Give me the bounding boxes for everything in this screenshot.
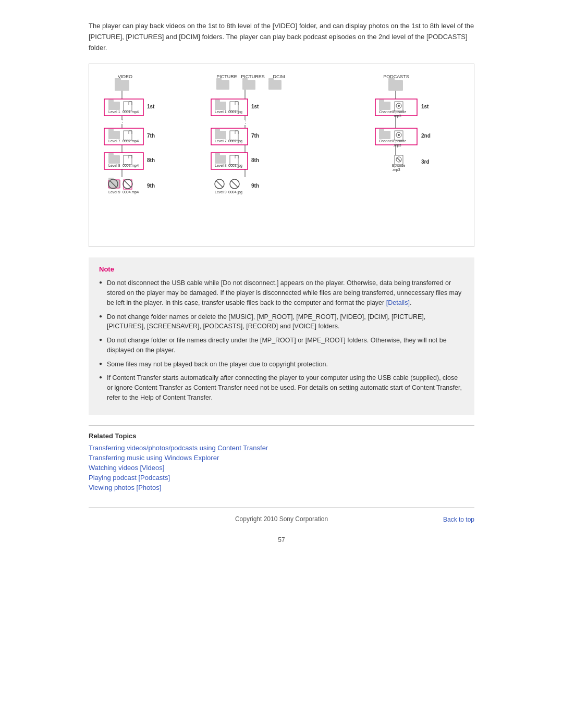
svg-rect-51 [268,78,274,81]
svg-rect-74 [215,155,226,164]
note-item-2: Do not change folder names or delete the… [99,312,464,332]
svg-rect-94 [379,102,390,110]
svg-rect-17 [108,129,114,131]
svg-rect-46 [216,80,229,90]
page-content: The player can play back videos on the 1… [78,0,485,575]
svg-text:7th: 7th [251,133,259,139]
svg-rect-1 [115,80,129,91]
details-link-1[interactable]: [Details] [386,299,410,306]
note-item-1: Do not disconnect the USB cable while [D… [99,278,464,307]
svg-text:9th: 9th [147,183,155,189]
svg-text:Channel: Channel [379,110,393,114]
note-list: Do not disconnect the USB cable while [D… [99,278,464,402]
svg-text:Level 8: Level 8 [215,164,227,167]
footer-bar: Copyright 2010 Sony Corporation Back to … [89,513,474,526]
svg-rect-91 [388,78,395,81]
svg-text:7th: 7th [147,133,155,139]
svg-rect-16 [108,131,120,139]
svg-text:Level 1: Level 1 [108,110,120,114]
svg-text:Episode: Episode [393,139,406,143]
svg-rect-90 [388,80,403,91]
svg-line-85 [231,181,238,187]
svg-rect-75 [215,153,220,156]
svg-text:9th: 9th [251,183,259,189]
note-title: Note [99,265,464,273]
related-link-2[interactable]: Transferring music using Windows Explore… [89,454,474,462]
intro-paragraph: The player can play back videos on the 1… [89,21,474,53]
svg-line-83 [216,181,223,187]
svg-text:DCIM: DCIM [273,74,285,79]
section-divider-top [89,425,474,426]
svg-rect-2 [115,78,121,81]
svg-point-109 [398,134,400,136]
svg-rect-5 [108,102,120,110]
svg-text:0003.mp4: 0003.mp4 [123,164,139,168]
svg-rect-65 [215,131,226,139]
svg-text:.mp3: .mp3 [393,114,401,118]
footer-divider [89,507,474,508]
related-link-4[interactable]: Playing podcast [Podcasts] [89,474,474,482]
related-link-5[interactable]: Viewing photos [Photos] [89,484,474,491]
svg-text:PODCASTS: PODCASTS [383,74,409,79]
svg-text:1st: 1st [421,104,429,109]
svg-rect-95 [379,100,384,102]
svg-text:⁚: ⁚ [244,120,246,125]
svg-rect-25 [108,155,120,164]
svg-text:0002.jpg: 0002.jpg [228,139,242,143]
note-box: Note Do not disconnect the USB cable whi… [89,257,474,414]
svg-rect-55 [215,100,220,102]
svg-point-98 [398,105,400,107]
back-to-top-link[interactable]: Back to top [443,516,474,523]
svg-text:.mp3: .mp3 [393,143,401,147]
svg-text:.mp3: .mp3 [392,168,400,172]
svg-rect-105 [379,131,390,139]
svg-rect-26 [108,153,114,156]
svg-text:0004.mp4: 0004.mp4 [123,190,139,194]
note-item-4: Some files may not be played back on the… [99,360,464,369]
svg-text:1st: 1st [251,104,259,109]
svg-text:Channel: Channel [379,139,393,143]
copyright-text: Copyright 2010 Sony Corporation [217,515,346,523]
svg-text:Level 9: Level 9 [108,190,120,194]
svg-text:8th: 8th [147,157,155,163]
page-number: 57 [89,536,474,544]
svg-rect-49 [242,78,248,81]
svg-text:0001.mp4: 0001.mp4 [123,110,139,114]
svg-text:8th: 8th [251,157,259,163]
svg-text:0003.jpg: 0003.jpg [228,164,242,168]
svg-text:Level 7: Level 7 [108,139,120,143]
svg-text:0001.jpg: 0001.jpg [228,110,242,114]
svg-rect-66 [215,129,220,131]
note-item-3: Do not change folder or file names direc… [99,336,464,355]
svg-rect-47 [216,78,222,81]
svg-rect-6 [108,100,114,102]
svg-text:Level 8: Level 8 [108,164,120,167]
related-link-1[interactable]: Transferring videos/photos/podcasts usin… [89,444,474,452]
svg-text:0004.jpg: 0004.jpg [228,190,242,194]
svg-text:0002.mp4: 0002.mp4 [123,139,139,143]
svg-rect-48 [242,80,255,90]
folder-diagram: VIDEO Level 1 0001.mp4 1st ⁚ [89,64,474,247]
svg-text:3rd: 3rd [421,159,430,165]
svg-text:2nd: 2nd [421,133,431,139]
svg-text:Episode: Episode [393,110,406,114]
note-item-5: If Content Transfer starts automatically… [99,373,464,402]
svg-text:1st: 1st [147,104,155,109]
svg-rect-50 [268,80,282,90]
related-topics-title: Related Topics [89,432,474,440]
svg-text:⁚: ⁚ [121,119,123,124]
svg-rect-54 [215,102,226,110]
svg-text:Level 1: Level 1 [215,110,227,114]
related-topics-section: Related Topics Transferring videos/photo… [89,425,474,491]
svg-text:Episode: Episode [392,164,405,168]
svg-rect-106 [379,129,384,131]
svg-text:Level 7: Level 7 [215,139,227,143]
svg-text:Level 9: Level 9 [215,190,227,194]
related-link-3[interactable]: Watching videos [Videos] [89,464,474,472]
related-links-list: Transferring videos/photos/podcasts usin… [89,444,474,491]
